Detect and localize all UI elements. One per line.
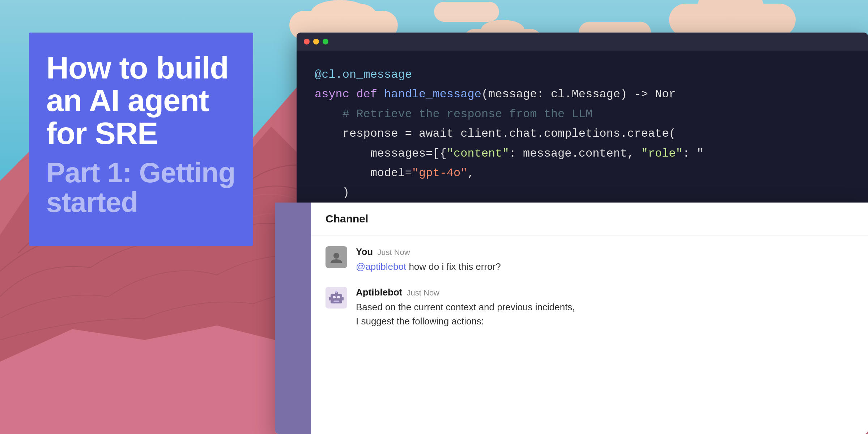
message-text-2: Based on the current context and previou… bbox=[356, 300, 575, 328]
window-titlebar bbox=[297, 33, 868, 51]
card-subtitle: Part 1: Getting started bbox=[46, 158, 236, 217]
avatar-user bbox=[326, 246, 347, 268]
svg-rect-11 bbox=[342, 297, 344, 301]
code-line-5: messages=[{"content": message.content, "… bbox=[315, 144, 850, 163]
message-content-1: You Just Now @aptiblebot how do i fix th… bbox=[356, 246, 501, 274]
code-line-1: @cl.on_message bbox=[315, 65, 850, 85]
timestamp-1: Just Now bbox=[377, 248, 410, 257]
svg-rect-10 bbox=[329, 297, 331, 301]
svg-rect-7 bbox=[333, 301, 339, 302]
message-header-2: Aptiblebot Just Now bbox=[356, 287, 575, 298]
message-content-2: Aptiblebot Just Now Based on the current… bbox=[356, 287, 575, 328]
svg-rect-6 bbox=[337, 296, 340, 298]
chat-window: Channel You Just Now @aptiblebo bbox=[275, 203, 868, 434]
code-line-2: async def handle_message(message: cl.Mes… bbox=[315, 85, 850, 104]
chat-main: Channel You Just Now @aptiblebo bbox=[311, 203, 868, 434]
timestamp-2: Just Now bbox=[407, 288, 439, 298]
message-text-1: @aptiblebot how do i fix this error? bbox=[356, 260, 501, 274]
svg-point-3 bbox=[333, 253, 339, 259]
sender-name-2: Aptiblebot bbox=[356, 287, 403, 298]
title-line2: an AI agent bbox=[46, 83, 209, 118]
message-header-1: You Just Now bbox=[356, 246, 501, 258]
mention-aptiblebot: @aptiblebot bbox=[356, 261, 406, 272]
svg-rect-5 bbox=[333, 296, 336, 298]
traffic-light-green[interactable] bbox=[323, 39, 328, 44]
title-line3: for SRE bbox=[46, 116, 158, 150]
channel-name: Channel bbox=[326, 213, 368, 225]
bot-avatar-icon bbox=[328, 289, 345, 306]
code-line-3: # Retrieve the response from the LLM bbox=[315, 105, 850, 124]
message-1: You Just Now @aptiblebot how do i fix th… bbox=[326, 246, 854, 274]
chat-header: Channel bbox=[311, 203, 868, 235]
code-line-6: model="gpt-4o", bbox=[315, 163, 850, 183]
code-line-7: ) bbox=[315, 183, 850, 203]
chat-messages: You Just Now @aptiblebot how do i fix th… bbox=[311, 235, 868, 352]
message-2: Aptiblebot Just Now Based on the current… bbox=[326, 287, 854, 328]
user-avatar-icon bbox=[330, 251, 343, 264]
code-line-4: response = await client.chat.completions… bbox=[315, 124, 850, 144]
cloud-4 bbox=[434, 2, 499, 22]
chat-sidebar bbox=[275, 203, 311, 434]
svg-point-9 bbox=[335, 291, 337, 293]
blue-card: How to build an AI agent for SRE Part 1:… bbox=[29, 33, 253, 246]
traffic-light-red[interactable] bbox=[304, 39, 310, 44]
cloud-2 bbox=[669, 4, 796, 36]
message-body-1: how do i fix this error? bbox=[409, 261, 501, 272]
svg-rect-4 bbox=[331, 294, 342, 303]
card-main-title: How to build an AI agent for SRE bbox=[46, 51, 236, 149]
traffic-light-yellow[interactable] bbox=[313, 39, 319, 44]
sender-name-1: You bbox=[356, 246, 373, 258]
title-line1: How to build bbox=[46, 50, 229, 85]
avatar-bot bbox=[326, 287, 347, 309]
